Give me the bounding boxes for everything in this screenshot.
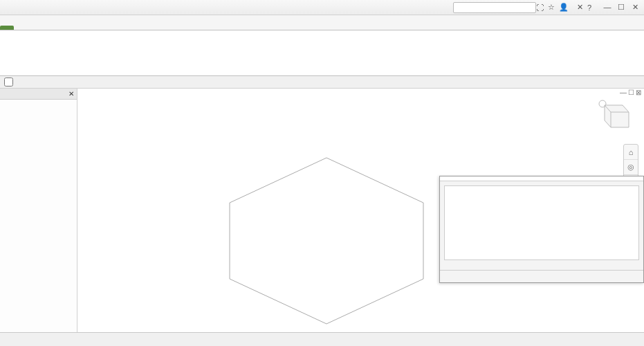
dialog-tree[interactable] (444, 185, 639, 260)
search-input[interactable] (453, 2, 536, 13)
error-dialog (439, 176, 644, 283)
options-bar (0, 76, 644, 89)
close-button[interactable]: ✕ (629, 3, 641, 12)
wheel-icon[interactable]: ◎ (624, 160, 638, 175)
home-icon[interactable]: ⌂ (624, 145, 638, 160)
dialog-title (440, 176, 643, 181)
help-icon[interactable]: ? (587, 3, 591, 12)
star-icon[interactable]: ☆ (548, 3, 555, 12)
tab-file[interactable] (0, 26, 14, 30)
ribbon-collapse-icon[interactable] (633, 26, 644, 30)
browser-close-icon[interactable]: ✕ (68, 90, 74, 98)
multi-cut-checkbox[interactable] (4, 78, 13, 86)
ribbon-tabs (0, 15, 644, 30)
svg-marker-0 (230, 158, 423, 324)
view-max-icon[interactable]: ☐ (628, 89, 634, 96)
infocenter-icon[interactable]: ⛶ (536, 3, 544, 12)
viewcube[interactable] (594, 97, 633, 136)
view-min-icon[interactable]: — (620, 89, 627, 96)
close-x-icon[interactable]: ✕ (577, 3, 583, 12)
svg-point-2 (599, 100, 606, 107)
view-close-icon[interactable]: ⊠ (636, 89, 641, 96)
user-icon[interactable]: 👤 (559, 3, 569, 12)
minimize-button[interactable]: — (601, 3, 614, 12)
maximize-button[interactable]: ☐ (615, 3, 627, 12)
ribbon (0, 30, 644, 76)
status-bar (0, 332, 644, 346)
project-browser: ✕ (0, 89, 77, 332)
